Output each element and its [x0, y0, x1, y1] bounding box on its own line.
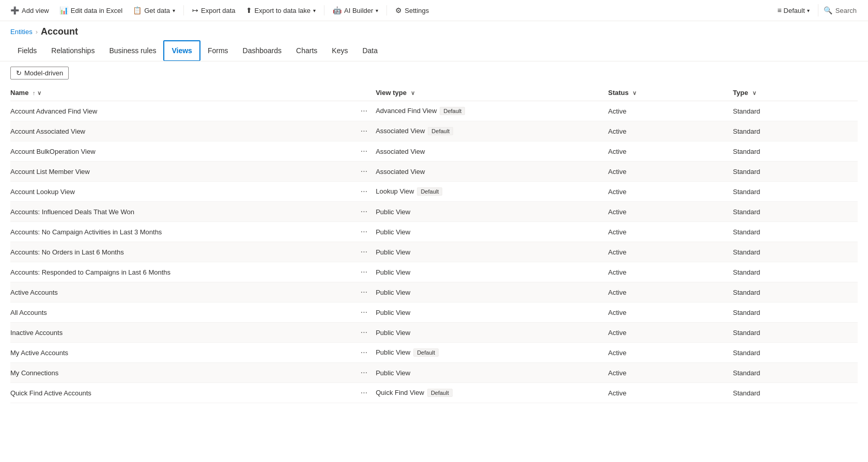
- ai-builder-button[interactable]: 🤖 AI Builder ▾: [329, 4, 382, 17]
- row-name: Quick Find Active Accounts: [10, 383, 359, 403]
- breadcrumb-parent[interactable]: Entities: [10, 28, 33, 36]
- more-options-button[interactable]: ···: [359, 206, 369, 217]
- tab-charts[interactable]: Charts: [289, 41, 324, 60]
- row-name: Account Associated View: [10, 121, 359, 141]
- tab-data[interactable]: Data: [355, 41, 385, 60]
- row-type: Standard: [733, 242, 858, 262]
- col-header-name[interactable]: Name ↑ ∨: [10, 85, 359, 101]
- more-options-button[interactable]: ···: [359, 266, 369, 278]
- table-row[interactable]: Quick Find Active Accounts···Quick Find …: [10, 383, 858, 403]
- toolbar-divider3: [386, 5, 387, 15]
- more-options-button[interactable]: ···: [359, 146, 369, 157]
- row-name: Inactive Accounts: [10, 323, 359, 343]
- row-menu[interactable]: ···: [359, 262, 376, 282]
- list-icon: ≡: [777, 6, 781, 14]
- col-header-type[interactable]: Type ∨: [733, 85, 858, 101]
- table-row[interactable]: Active Accounts···Public ViewActiveStand…: [10, 282, 858, 302]
- table-row[interactable]: Account Associated View···Associated Vie…: [10, 121, 858, 141]
- row-menu[interactable]: ···: [359, 222, 376, 242]
- table-row[interactable]: My Connections···Public ViewActiveStanda…: [10, 363, 858, 383]
- row-menu[interactable]: ···: [359, 302, 376, 323]
- row-menu[interactable]: ···: [359, 323, 376, 343]
- row-type: Standard: [733, 141, 858, 162]
- row-name: Accounts: Responded to Campaigns in Last…: [10, 262, 359, 282]
- get-data-button[interactable]: 📋 Get data ▾: [129, 4, 179, 17]
- more-options-button[interactable]: ···: [359, 125, 369, 137]
- tab-dashboards[interactable]: Dashboards: [236, 41, 289, 60]
- more-options-button[interactable]: ···: [359, 105, 369, 117]
- row-menu[interactable]: ···: [359, 282, 376, 302]
- tab-fields[interactable]: Fields: [10, 41, 44, 60]
- row-menu[interactable]: ···: [359, 363, 376, 383]
- views-table-container: Name ↑ ∨ View type ∨ Status ∨ Type ∨: [0, 85, 868, 403]
- row-menu[interactable]: ···: [359, 202, 376, 222]
- row-view-type: Public View: [376, 302, 608, 323]
- more-options-button[interactable]: ···: [359, 166, 369, 177]
- tab-business-rules[interactable]: Business rules: [102, 41, 163, 60]
- toolbar-divider2: [324, 5, 324, 15]
- more-options-button[interactable]: ···: [359, 387, 369, 399]
- row-status: Active: [608, 363, 733, 383]
- settings-button[interactable]: ⚙ Settings: [391, 4, 433, 17]
- sort-icon-name: ↑ ∨: [33, 90, 41, 96]
- table-row[interactable]: All Accounts···Public ViewActiveStandard: [10, 302, 858, 323]
- add-view-button[interactable]: ➕ Add view: [6, 4, 53, 17]
- row-menu[interactable]: ···: [359, 162, 376, 182]
- row-menu[interactable]: ···: [359, 343, 376, 363]
- table-row[interactable]: Account Advanced Find View···Advanced Fi…: [10, 101, 858, 121]
- row-menu[interactable]: ···: [359, 101, 376, 121]
- more-options-button[interactable]: ···: [359, 226, 369, 237]
- row-menu[interactable]: ···: [359, 121, 376, 141]
- row-status: Active: [608, 383, 733, 403]
- default-button[interactable]: ≡ Default ▾: [773, 4, 813, 17]
- more-options-button[interactable]: ···: [359, 246, 369, 258]
- row-view-type: Associated View: [376, 162, 608, 182]
- table-row[interactable]: Account List Member View···Associated Vi…: [10, 162, 858, 182]
- table-row[interactable]: My Active Accounts···Public ViewDefaultA…: [10, 343, 858, 363]
- more-options-button[interactable]: ···: [359, 327, 369, 338]
- table-row[interactable]: Accounts: No Campaign Activities in Last…: [10, 222, 858, 242]
- default-badge: Default: [417, 187, 442, 196]
- breadcrumb-separator: ›: [36, 28, 38, 36]
- more-options-button[interactable]: ···: [359, 307, 369, 318]
- search-area[interactable]: 🔍 Search: [818, 4, 862, 17]
- table-row[interactable]: Account BulkOperation View···Associated …: [10, 141, 858, 162]
- table-row[interactable]: Accounts: Responded to Campaigns in Last…: [10, 262, 858, 282]
- sort-icon-type: ∨: [752, 90, 756, 96]
- ai-icon: 🤖: [333, 6, 342, 14]
- default-badge: Default: [440, 107, 465, 115]
- edit-excel-button[interactable]: 📊 Edit data in Excel: [55, 4, 127, 17]
- col-header-view-type[interactable]: View type ∨: [376, 85, 608, 101]
- export-data-button[interactable]: ↦ Export data: [188, 4, 240, 17]
- row-menu[interactable]: ···: [359, 383, 376, 403]
- row-menu[interactable]: ···: [359, 182, 376, 202]
- row-menu[interactable]: ···: [359, 141, 376, 162]
- tabs-container: Fields Relationships Business rules View…: [0, 40, 868, 61]
- table-row[interactable]: Accounts: No Orders in Last 6 Months···P…: [10, 242, 858, 262]
- row-view-type: Public View: [376, 242, 608, 262]
- row-type: Standard: [733, 262, 858, 282]
- table-row[interactable]: Inactive Accounts···Public ViewActiveSta…: [10, 323, 858, 343]
- more-options-button[interactable]: ···: [359, 367, 369, 378]
- tab-keys[interactable]: Keys: [324, 41, 355, 60]
- row-status: Active: [608, 262, 733, 282]
- tab-forms[interactable]: Forms: [200, 41, 236, 60]
- row-name: Active Accounts: [10, 282, 359, 302]
- col-header-status[interactable]: Status ∨: [608, 85, 733, 101]
- table-row[interactable]: Accounts: Influenced Deals That We Won··…: [10, 202, 858, 222]
- tab-views[interactable]: Views: [163, 40, 200, 61]
- export-lake-button[interactable]: ⬆ Export to data lake ▾: [242, 4, 320, 17]
- default-badge: Default: [428, 127, 453, 135]
- more-options-button[interactable]: ···: [359, 347, 369, 358]
- toolbar-right: ≡ Default ▾ 🔍 Search: [773, 4, 862, 17]
- more-options-button[interactable]: ···: [359, 286, 369, 298]
- model-driven-filter[interactable]: ↻ Model-driven: [10, 67, 69, 79]
- row-menu[interactable]: ···: [359, 242, 376, 262]
- plus-icon: ➕: [10, 6, 19, 14]
- more-options-button[interactable]: ···: [359, 186, 369, 197]
- row-name: My Active Accounts: [10, 343, 359, 363]
- tab-relationships[interactable]: Relationships: [44, 41, 102, 60]
- row-view-type: Public View: [376, 282, 608, 302]
- row-name: Accounts: No Orders in Last 6 Months: [10, 242, 359, 262]
- table-row[interactable]: Account Lookup View···Lookup ViewDefault…: [10, 182, 858, 202]
